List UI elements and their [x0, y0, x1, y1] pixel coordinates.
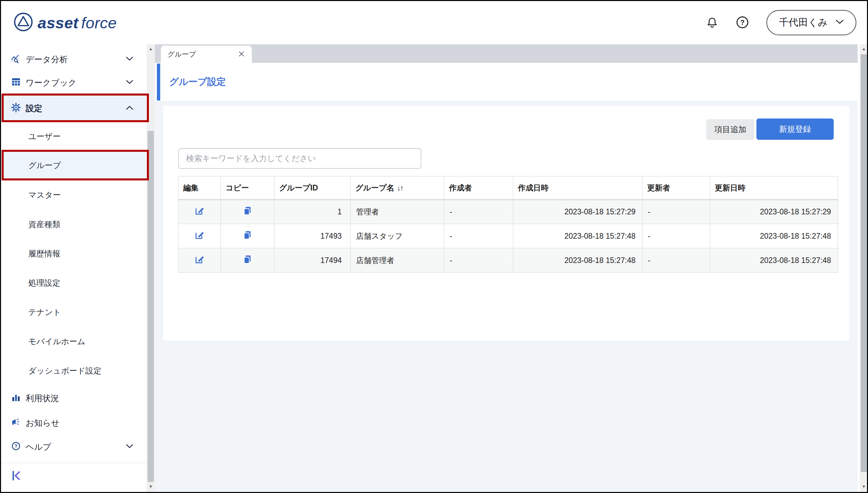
sidebar-item-label: 設定	[26, 103, 42, 114]
edit-button[interactable]	[194, 254, 205, 265]
sidebar-item-users[interactable]: ユーザー	[1, 122, 147, 150]
sidebar-item-label: 利用状況	[26, 393, 59, 404]
sidebar-item-label: お知らせ	[26, 417, 60, 428]
tab-bar: グループ	[155, 44, 858, 63]
col-header-edit: 編集	[179, 176, 221, 200]
cell-updater: -	[642, 248, 710, 273]
help-circle-icon: ?	[11, 441, 21, 452]
col-header-updater: 更新者	[642, 176, 710, 200]
sidebar-item-label: モバイルホーム	[28, 336, 85, 347]
sidebar-item-label: テナント	[28, 307, 61, 318]
scroll-down-arrow-icon[interactable]: ▼	[860, 483, 868, 491]
cell-updater: -	[642, 200, 710, 224]
page-body: 項目追加 新規登録 編集 コピー グループID グループ名↓↑	[155, 101, 858, 492]
sidebar-item-tenant[interactable]: テナント	[1, 298, 147, 327]
page-header: グループ設定	[155, 63, 858, 101]
sidebar-menu: データ分析 ワークブック	[1, 44, 147, 459]
col-header-group-name[interactable]: グループ名↓↑	[351, 176, 444, 200]
user-name: 千代田くみ	[779, 16, 828, 29]
cell-group-id: 1	[274, 200, 351, 224]
edit-icon	[194, 260, 205, 265]
sidebar-item-workbook[interactable]: ワークブック	[1, 71, 147, 94]
scroll-up-arrow-icon[interactable]: ▲	[147, 45, 155, 53]
content-card: 項目追加 新規登録 編集 コピー グループID グループ名↓↑	[163, 106, 849, 341]
sidebar-item-label: データ分析	[26, 54, 68, 65]
edit-icon	[194, 212, 205, 217]
cell-created-at: 2023-08-18 15:27:48	[513, 224, 642, 248]
chevron-down-icon	[126, 444, 133, 450]
add-item-button[interactable]: 項目追加	[706, 119, 755, 140]
col-header-copy: コピー	[221, 176, 274, 200]
sidebar-item-label: マスター	[28, 190, 61, 200]
edit-button[interactable]	[194, 230, 205, 241]
sidebar-item-dashboard-settings[interactable]: ダッシュボード設定	[1, 356, 147, 385]
main-scrollbar-thumb[interactable]	[861, 54, 867, 472]
table-row: 17494 店舗管理者 - 2023-08-18 15:27:48 - 2023…	[179, 248, 838, 273]
main-scrollbar[interactable]: ▲ ▼	[860, 44, 868, 492]
notifications-button[interactable]	[706, 16, 719, 30]
megaphone-icon	[11, 417, 21, 428]
cell-group-id: 17494	[274, 248, 351, 273]
tab-close-button[interactable]	[238, 50, 245, 59]
cell-updater: -	[642, 224, 710, 248]
cell-group-name: 管理者	[351, 200, 444, 224]
copy-button[interactable]	[243, 230, 252, 241]
logo-mark-icon	[13, 12, 34, 34]
cell-updated-at: 2023-08-18 15:27:48	[710, 224, 838, 248]
sidebar-item-label: ダッシュボード設定	[28, 365, 101, 376]
cell-group-id: 17493	[274, 224, 351, 248]
sidebar-item-help[interactable]: ? ヘルプ	[1, 435, 147, 459]
accent-bar	[157, 64, 160, 101]
table-header-row: 編集 コピー グループID グループ名↓↑ 作成者 作成日時 更新者 更新日時	[179, 176, 838, 200]
sidebar-item-history-info[interactable]: 履歴情報	[1, 239, 147, 268]
copy-button[interactable]	[243, 206, 252, 217]
scroll-down-arrow-icon[interactable]: ▼	[147, 483, 155, 491]
scroll-up-arrow-icon[interactable]: ▲	[860, 45, 868, 53]
brand-name: assetforce	[38, 14, 117, 32]
sidebar-item-process-settings[interactable]: 処理設定	[1, 268, 147, 298]
copy-icon	[243, 236, 252, 241]
sidebar-item-mobile-home[interactable]: モバイルホーム	[1, 327, 147, 356]
cell-created-at: 2023-08-18 15:27:48	[513, 248, 642, 273]
tab-groups[interactable]: グループ	[161, 46, 252, 63]
sidebar-item-announcements[interactable]: お知らせ	[1, 411, 147, 435]
sidebar-item-label: 資産種類	[28, 219, 60, 230]
sidebar-collapse-button[interactable]	[11, 470, 22, 483]
close-icon	[238, 50, 245, 59]
cell-created-at: 2023-08-18 15:27:29	[513, 200, 642, 224]
user-menu-button[interactable]: 千代田くみ	[766, 10, 856, 35]
sidebar-item-asset-types[interactable]: 資産種類	[1, 210, 147, 239]
topbar: assetforce ? 千代田	[1, 1, 867, 44]
edit-button[interactable]	[194, 206, 205, 217]
sidebar-scrollbar-thumb[interactable]	[148, 131, 154, 482]
sidebar-item-groups[interactable]: グループ	[1, 150, 147, 180]
sidebar-item-label: グループ	[28, 160, 61, 171]
search-input[interactable]	[178, 148, 421, 169]
brand-logo[interactable]: assetforce	[13, 1, 117, 44]
edit-icon	[194, 236, 205, 241]
sidebar-item-data-analysis[interactable]: データ分析	[1, 48, 147, 71]
cell-updated-at: 2023-08-18 15:27:29	[710, 200, 838, 224]
sidebar-item-usage[interactable]: 利用状況	[1, 385, 147, 411]
help-button[interactable]: ?	[736, 16, 749, 30]
copy-button[interactable]	[243, 254, 252, 265]
sidebar: データ分析 ワークブック	[1, 44, 147, 492]
sidebar-scrollbar[interactable]: ▲ ▼	[147, 44, 155, 492]
sidebar-item-label: ヘルプ	[26, 442, 51, 452]
brand-name-bold: asset	[38, 14, 79, 31]
sidebar-item-settings[interactable]: 設定	[1, 94, 147, 122]
table-row: 1 管理者 - 2023-08-18 15:27:29 - 2023-08-18…	[179, 200, 838, 224]
gear-icon	[11, 103, 21, 114]
cell-creator: -	[444, 248, 513, 273]
sidebar-item-label: ワークブック	[26, 77, 77, 88]
sidebar-item-label: 履歴情報	[28, 248, 60, 259]
register-new-button[interactable]: 新規登録	[757, 119, 834, 140]
topbar-actions: ? 千代田くみ	[706, 1, 856, 44]
groups-table: 編集 コピー グループID グループ名↓↑ 作成者 作成日時 更新者 更新日時	[178, 176, 838, 273]
col-header-updated-at: 更新日時	[710, 176, 838, 200]
sort-icon[interactable]: ↓↑	[397, 184, 403, 192]
tab-label: グループ	[168, 49, 196, 59]
bar-chart-icon	[11, 392, 21, 404]
cell-group-name: 店舗スタッフ	[351, 224, 444, 248]
sidebar-item-master[interactable]: マスター	[1, 180, 147, 210]
